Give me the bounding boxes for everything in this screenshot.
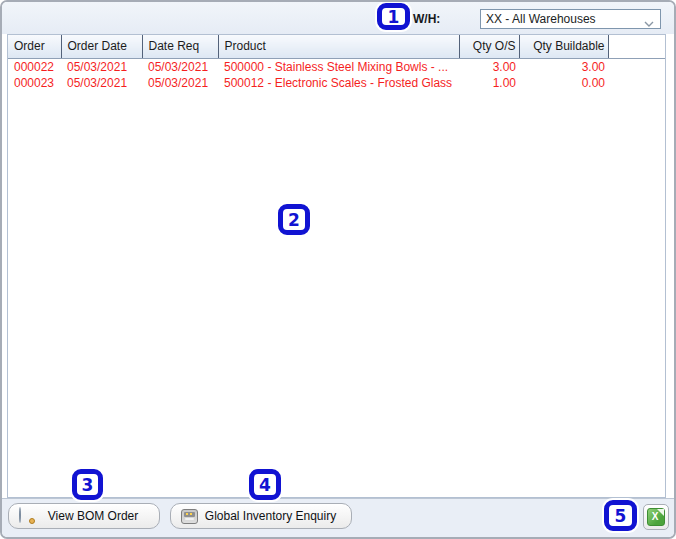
excel-export-icon: X [647,508,665,526]
column-header-date-req[interactable]: Date Req [142,35,218,58]
column-header-order[interactable]: Order [8,35,61,58]
warehouse-dropdown[interactable]: XX - All Warehouses [480,9,661,29]
warehouse-dropdown-value: XX - All Warehouses [486,12,596,26]
cell-order-date: 05/03/2021 [61,75,142,91]
view-bom-order-button[interactable]: View BOM Order [8,503,160,529]
column-header-order-date[interactable]: Order Date [61,35,142,58]
export-to-excel-button[interactable]: X [643,504,669,530]
cell-qty-os: 1.00 [459,75,519,91]
table-row[interactable]: 000022 05/03/2021 05/03/2021 500000 - St… [8,58,665,75]
cell-order-date: 05/03/2021 [61,58,142,75]
callout-1-number: 1 [388,7,400,27]
annotation-callout-5: 5 [604,500,637,531]
annotation-callout-1: 1 [377,3,410,30]
callout-4-number: 4 [259,475,271,495]
column-header-qty-os[interactable]: Qty O/S [459,35,519,58]
callout-2-number: 2 [288,210,300,230]
cell-qty-buildable: 0.00 [519,75,608,91]
view-bom-order-label: View BOM Order [35,509,159,523]
column-header-qty-buildable[interactable]: Qty Buildable [519,35,608,58]
inventory-drawer-icon [181,509,198,524]
magnifier-icon [19,508,35,524]
cell-filler [608,75,665,91]
cell-date-req: 05/03/2021 [142,75,218,91]
grid-header-row: Order Order Date Date Req Product Qty O/… [8,35,665,58]
annotation-callout-4: 4 [249,469,281,500]
chevron-down-icon [644,17,654,31]
cell-product: 500000 - Stainless Steel Mixing Bowls - … [218,58,459,75]
cell-product: 500012 - Electronic Scales - Frosted Gla… [218,75,459,91]
global-inventory-enquiry-button[interactable]: Global Inventory Enquiry [170,503,352,529]
callout-5-number: 5 [615,506,627,526]
column-header-filler [608,35,665,58]
callout-3-number: 3 [82,475,94,495]
annotation-callout-2: 2 [278,204,310,235]
orders-grid: Order Order Date Date Req Product Qty O/… [7,34,666,498]
global-inventory-enquiry-label: Global Inventory Enquiry [198,509,351,523]
cell-filler [608,58,665,75]
table-row[interactable]: 000023 05/03/2021 05/03/2021 500012 - El… [8,75,665,91]
annotation-callout-3: 3 [72,469,103,500]
column-header-product[interactable]: Product [218,35,459,58]
cell-date-req: 05/03/2021 [142,58,218,75]
warehouse-label: W/H: [413,11,440,27]
cell-order: 000023 [8,75,61,91]
bom-orders-window: W/H: XX - All Warehouses Order Order Dat… [0,0,676,539]
cell-qty-buildable: 3.00 [519,58,608,75]
cell-qty-os: 3.00 [459,58,519,75]
cell-order: 000022 [8,58,61,75]
